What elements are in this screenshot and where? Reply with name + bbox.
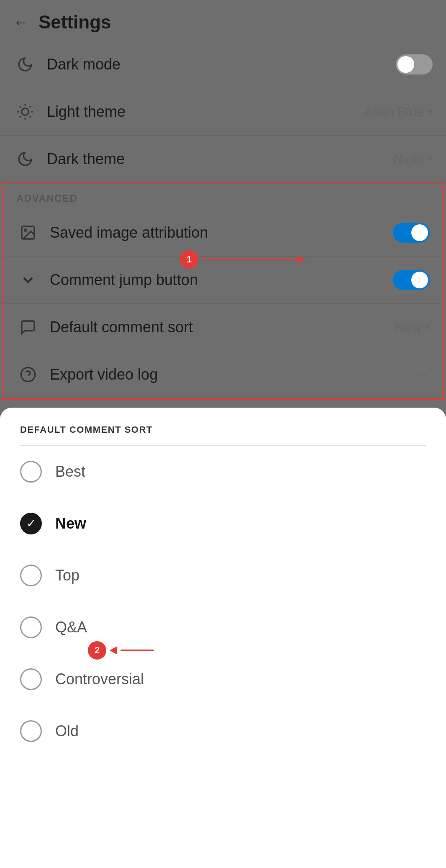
light-theme-label: Light theme — [47, 103, 364, 121]
radio-old — [20, 720, 42, 742]
svg-point-10 — [25, 229, 27, 231]
light-theme-row[interactable]: Light theme Alien Blue ▾ — [0, 88, 446, 136]
sort-option-controversial[interactable]: Controversial — [0, 653, 446, 705]
image-icon — [16, 221, 40, 244]
comment-jump-row[interactable]: Comment jump button — [3, 257, 443, 304]
sort-option-old[interactable]: Old — [0, 705, 446, 757]
advanced-section: ADVANCED Saved image attribution Comment… — [2, 183, 444, 400]
crescent-icon — [13, 147, 37, 171]
svg-line-7 — [20, 116, 21, 117]
radio-new: ✓ — [20, 513, 42, 534]
bottom-sheet-title: DEFAULT COMMENT SORT — [0, 408, 446, 445]
dark-mode-toggle[interactable] — [396, 54, 433, 74]
dark-theme-row[interactable]: Dark theme Night ▾ — [0, 136, 446, 183]
radio-best — [20, 461, 42, 483]
radio-controversial — [20, 668, 42, 690]
sort-option-new[interactable]: ✓ New — [0, 498, 446, 550]
page-title: Settings — [38, 12, 111, 33]
radio-top — [20, 565, 42, 586]
toggle-knob — [397, 56, 414, 73]
dark-theme-value[interactable]: Night ▾ — [393, 152, 433, 167]
moon-icon — [13, 53, 37, 76]
sort-label-controversial: Controversial — [55, 670, 144, 688]
saved-image-label: Saved image attribution — [50, 224, 393, 241]
bottom-sheet: DEFAULT COMMENT SORT Best ✓ New Top Q&A … — [0, 408, 446, 868]
dark-mode-label: Dark mode — [47, 56, 396, 73]
saved-image-toggle[interactable] — [393, 223, 430, 243]
export-video-log-label: Export video log — [50, 366, 415, 383]
default-comment-sort-row[interactable]: Default comment sort New ▾ — [3, 304, 443, 351]
svg-line-3 — [20, 106, 21, 107]
sort-label-best: Best — [55, 463, 85, 480]
saved-image-attribution-row[interactable]: Saved image attribution — [3, 209, 443, 257]
radio-check-new: ✓ — [26, 518, 36, 529]
radio-qa — [20, 616, 42, 638]
sort-label-new: New — [55, 515, 86, 532]
svg-line-8 — [30, 106, 31, 107]
toggle-knob-3 — [411, 272, 428, 288]
sort-label-old: Old — [55, 722, 79, 740]
sort-option-best[interactable]: Best — [0, 446, 446, 498]
svg-line-4 — [30, 116, 31, 117]
default-comment-sort-chevron: ▾ — [425, 321, 430, 333]
advanced-label: ADVANCED — [3, 184, 443, 209]
sort-label-qa: Q&A — [55, 619, 87, 636]
comment-icon — [16, 316, 40, 339]
comment-jump-label: Comment jump button — [50, 271, 393, 289]
default-comment-sort-value[interactable]: New ▾ — [395, 320, 430, 335]
back-button[interactable]: ← — [13, 13, 28, 31]
comment-jump-toggle[interactable] — [393, 270, 430, 290]
export-video-log-row[interactable]: Export video log → — [3, 351, 443, 398]
light-theme-value[interactable]: Alien Blue ▾ — [364, 104, 433, 120]
question-icon — [16, 363, 40, 386]
dark-theme-label: Dark theme — [47, 150, 393, 168]
dark-theme-chevron: ▾ — [428, 153, 433, 165]
sun-icon — [13, 100, 37, 123]
light-theme-chevron: ▾ — [428, 106, 433, 118]
toggle-knob-2 — [411, 224, 428, 241]
sort-option-qa[interactable]: Q&A — [0, 601, 446, 653]
default-comment-sort-label: Default comment sort — [50, 318, 395, 336]
dark-mode-row[interactable]: Dark mode — [0, 41, 446, 88]
svg-point-0 — [22, 108, 29, 116]
export-video-log-arrow: → — [415, 366, 430, 383]
chevron-down-icon — [16, 268, 40, 292]
sort-label-top: Top — [55, 567, 79, 584]
settings-header: ← Settings — [0, 0, 446, 41]
sort-option-top[interactable]: Top — [0, 550, 446, 601]
